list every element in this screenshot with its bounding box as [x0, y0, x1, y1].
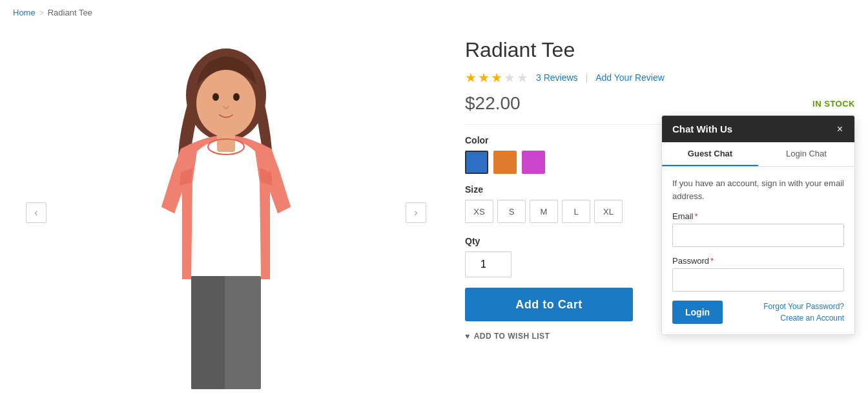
star-rating: ★ ★ ★ ★ ★ [465, 70, 528, 85]
breadcrumb-home[interactable]: Home [13, 8, 36, 17]
breadcrumb-current: Radiant Tee [48, 8, 92, 17]
login-button[interactable]: Login [672, 301, 723, 324]
chat-title: Chat With Us [672, 123, 732, 134]
product-image-svg [103, 34, 349, 392]
size-xs[interactable]: XS [465, 200, 493, 223]
size-l[interactable]: L [562, 200, 590, 223]
product-title: Radiant Tee [465, 38, 855, 62]
email-field-group: Email* [672, 211, 844, 247]
svg-point-6 [233, 93, 240, 101]
add-to-wishlist-link[interactable]: ♥ ADD TO WISH LIST [465, 332, 550, 341]
rating-row: ★ ★ ★ ★ ★ 3 Reviews | Add Your Review [465, 70, 855, 85]
size-m[interactable]: M [530, 200, 558, 223]
password-label: Password* [672, 256, 844, 266]
chat-widget: Chat With Us × Guest Chat Login Chat If … [661, 115, 855, 335]
color-swatch-purple[interactable] [522, 151, 545, 174]
password-required: * [710, 256, 714, 266]
product-image [39, 32, 413, 394]
breadcrumb-separator: > [39, 8, 44, 17]
chat-tabs: Guest Chat Login Chat [662, 142, 854, 167]
email-input[interactable] [672, 224, 844, 247]
email-label: Email* [672, 211, 844, 221]
add-to-cart-button[interactable]: Add to Cart [465, 288, 633, 321]
chat-header: Chat With Us × [662, 116, 854, 142]
svg-point-4 [196, 70, 256, 137]
star-1: ★ [465, 70, 477, 85]
forgot-links: Forgot Your Password? Create an Account [763, 302, 844, 323]
forgot-password-link[interactable]: Forgot Your Password? [763, 302, 844, 311]
password-field-group: Password* [672, 256, 844, 292]
heart-icon: ♥ [465, 332, 470, 341]
color-swatch-orange[interactable] [493, 151, 517, 174]
qty-input[interactable] [465, 251, 512, 277]
reviews-link[interactable]: 3 Reviews [536, 72, 578, 83]
size-s[interactable]: S [497, 200, 526, 223]
tab-login-chat[interactable]: Login Chat [758, 142, 854, 166]
chat-close-button[interactable]: × [836, 124, 844, 134]
product-price: $22.00 [465, 93, 521, 114]
breadcrumb: Home > Radiant Tee [0, 0, 868, 25]
create-account-link[interactable]: Create an Account [780, 314, 844, 323]
password-input[interactable] [672, 268, 844, 292]
svg-point-5 [212, 93, 219, 101]
product-gallery: ‹ [13, 32, 439, 394]
add-review-link[interactable]: Add Your Review [595, 72, 665, 83]
gallery-next-arrow[interactable]: › [406, 202, 426, 223]
chat-footer: Login Forgot Your Password? Create an Ac… [672, 301, 844, 324]
tab-guest-chat[interactable]: Guest Chat [662, 142, 758, 166]
stock-status: IN STOCK [812, 99, 855, 109]
star-2: ★ [478, 70, 490, 85]
size-xl[interactable]: XL [594, 200, 623, 223]
star-5: ★ [517, 70, 528, 85]
chat-description: If you have an account, sign in with you… [672, 177, 844, 202]
svg-rect-8 [191, 276, 225, 389]
star-4: ★ [504, 70, 515, 85]
chat-body: If you have an account, sign in with you… [662, 167, 854, 334]
email-required: * [695, 211, 698, 221]
color-swatch-blue[interactable] [465, 151, 488, 174]
star-3: ★ [491, 70, 502, 85]
gallery-prev-arrow[interactable]: ‹ [26, 202, 46, 223]
